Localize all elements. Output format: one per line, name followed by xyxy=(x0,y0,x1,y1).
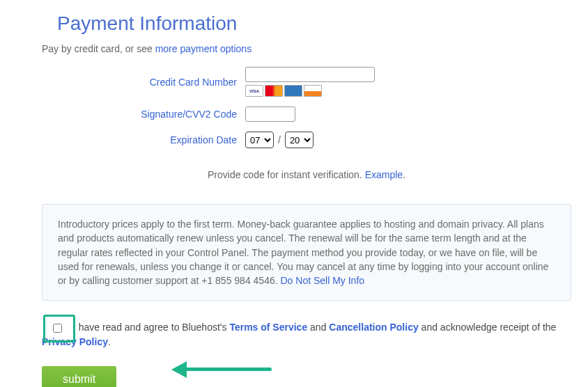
cvv-input[interactable] xyxy=(245,106,295,122)
payment-section: Payment Information Pay by credit card, … xyxy=(42,0,571,387)
verify-example-link[interactable]: Example xyxy=(365,169,403,180)
do-not-sell-link[interactable]: Do Not Sell My Info xyxy=(280,275,364,286)
agree-checkbox[interactable] xyxy=(53,324,62,333)
exp-month-select[interactable]: 07 xyxy=(245,132,274,148)
tos-link[interactable]: Terms of Service xyxy=(229,322,307,333)
privacy-policy-link[interactable]: Privacy Policy xyxy=(42,336,108,347)
cc-input[interactable] xyxy=(245,67,375,82)
cc-row: Credit Card Number VISA xyxy=(42,67,571,97)
exp-row: Expiration Date 07 / 20 xyxy=(42,132,571,148)
visa-icon: VISA xyxy=(245,85,263,97)
verify-suffix: . xyxy=(403,169,405,180)
exp-label: Expiration Date xyxy=(42,134,245,145)
more-payment-options-link[interactable]: more payment options xyxy=(155,43,252,54)
page-title: Payment Information xyxy=(57,13,571,35)
card-icons-row: VISA xyxy=(245,85,375,97)
amex-icon xyxy=(284,85,302,97)
cc-label: Credit Card Number xyxy=(42,77,245,88)
exp-year-select[interactable]: 20 xyxy=(285,132,314,148)
arrow-line xyxy=(181,368,272,371)
agree-t3: and acknowledge receipt of the xyxy=(419,322,557,333)
exp-slash: / xyxy=(278,134,281,145)
subline-text: Pay by credit card, or see xyxy=(42,43,155,54)
terms-box: Introductory prices apply to the first t… xyxy=(42,204,571,301)
agree-t1: I have read and agree to Bluehost's xyxy=(73,322,230,333)
mastercard-icon xyxy=(265,85,283,97)
verify-prefix: Provide code for instant verification. xyxy=(208,169,365,180)
agree-wrap: I have read and agree to Bluehost's Term… xyxy=(42,320,571,349)
arrow-head-icon xyxy=(171,361,187,378)
arrow-annotation xyxy=(181,368,272,371)
cancellation-policy-link[interactable]: Cancellation Policy xyxy=(329,322,418,333)
agree-t2: and xyxy=(307,322,329,333)
pay-subline: Pay by credit card, or see more payment … xyxy=(42,43,571,54)
submit-button[interactable]: submit xyxy=(42,366,116,387)
cvv-row: Signature/CVV2 Code xyxy=(42,106,571,122)
verify-line: Provide code for instant verification. E… xyxy=(42,169,571,180)
cc-field-wrap: VISA xyxy=(245,67,375,97)
submit-wrap: submit xyxy=(42,366,571,387)
agree-t4: . xyxy=(108,336,111,347)
cvv-label: Signature/CVV2 Code xyxy=(42,109,245,120)
discover-icon xyxy=(304,85,322,97)
